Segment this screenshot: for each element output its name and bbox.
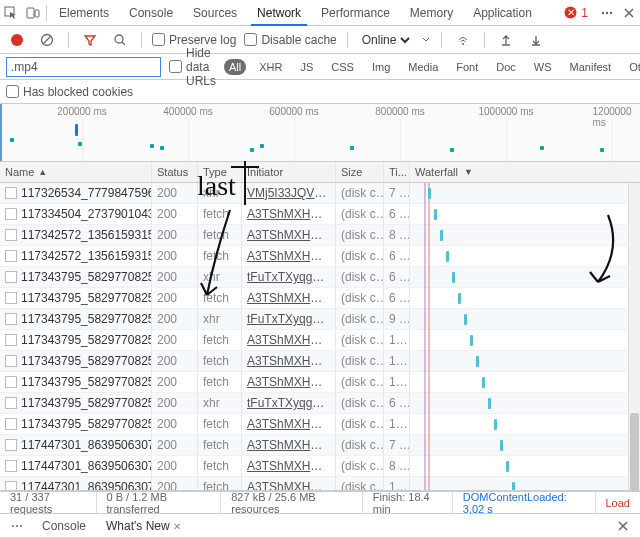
table-row[interactable]: 117343795_5829770825794…200fetchA3TShMXH…	[0, 351, 640, 372]
request-size: (disk c…	[336, 351, 384, 371]
table-row[interactable]: 117326534_7779847596437…200xhrVMj5I33JQV…	[0, 183, 640, 204]
filter-chip-ws[interactable]: WS	[529, 59, 557, 75]
initiator-link[interactable]: VMj5I33JQV6.j…	[247, 186, 330, 200]
table-row[interactable]: 117342572_1356159315320…200fetchA3TShMXH…	[0, 246, 640, 267]
filter-chip-xhr[interactable]: XHR	[254, 59, 287, 75]
tab-console[interactable]: Console	[119, 0, 183, 25]
more-icon[interactable]	[6, 515, 28, 537]
clear-icon[interactable]	[36, 29, 58, 51]
tab-memory[interactable]: Memory	[400, 0, 463, 25]
filter-chip-js[interactable]: JS	[295, 59, 318, 75]
tab-application[interactable]: Application	[463, 0, 542, 25]
filter-chip-all[interactable]: All	[224, 59, 246, 75]
table-row[interactable]: 117447301_8639506307965…200fetchA3TShMXH…	[0, 435, 640, 456]
initiator-link[interactable]: A3TShMXHOE…	[247, 375, 330, 389]
preserve-log-checkbox[interactable]: Preserve log	[152, 33, 236, 47]
request-time: 8 …	[384, 456, 410, 476]
tab-network[interactable]: Network	[247, 0, 311, 25]
filter-chip-manifest[interactable]: Manifest	[565, 59, 617, 75]
filter-chip-media[interactable]: Media	[403, 59, 443, 75]
tab-label: Sources	[193, 6, 237, 20]
col-time[interactable]: Ti...	[384, 162, 410, 182]
initiator-link[interactable]: A3TShMXHOE…	[247, 438, 330, 452]
request-size: (disk c…	[336, 204, 384, 224]
disable-cache-checkbox[interactable]: Disable cache	[244, 33, 336, 47]
col-status[interactable]: Status	[152, 162, 198, 182]
col-waterfall[interactable]: Waterfall▼	[410, 162, 640, 182]
download-har-icon[interactable]	[525, 29, 547, 51]
initiator-link[interactable]: tFuTxTXyqgq.j…	[247, 396, 330, 410]
initiator-link[interactable]: tFuTxTXyqgq.j…	[247, 270, 330, 284]
tab-label: Network	[257, 6, 301, 20]
upload-har-icon[interactable]	[495, 29, 517, 51]
request-status: 200	[152, 435, 198, 455]
tab-elements[interactable]: Elements	[49, 0, 119, 25]
throttling-select[interactable]: Online	[358, 32, 413, 48]
timeline-tick: 200000 ms	[57, 106, 106, 117]
more-icon[interactable]	[596, 2, 618, 24]
timeline-overview[interactable]: 200000 ms 400000 ms 600000 ms 800000 ms …	[0, 104, 640, 162]
table-row[interactable]: 117343795_5829770825794…200xhrtFuTxTXyqg…	[0, 393, 640, 414]
table-row[interactable]: 117343795_5829770825794…200xhrtFuTxTXyqg…	[0, 309, 640, 330]
drawer-tabs: Console What's New ✕	[0, 513, 640, 537]
table-row[interactable]: 117343795_5829770825794…200fetchA3TShMXH…	[0, 414, 640, 435]
svg-text:✕: ✕	[567, 7, 575, 18]
request-status: 200	[152, 267, 198, 287]
table-row[interactable]: 117343795_5829770825794…200fetchA3TShMXH…	[0, 372, 640, 393]
initiator-link[interactable]: A3TShMXHOE…	[247, 480, 330, 490]
tab-label: Application	[473, 6, 532, 20]
request-name: 117342572_1356159315320…	[21, 249, 152, 263]
error-badge[interactable]: ✕ 1	[564, 6, 588, 20]
table-row[interactable]: 117342572_1356159315320…200fetchA3TShMXH…	[0, 225, 640, 246]
filter-chip-doc[interactable]: Doc	[491, 59, 521, 75]
request-time: 6 …	[384, 267, 410, 287]
col-type[interactable]: Type	[198, 162, 242, 182]
filter-icon[interactable]	[79, 29, 101, 51]
request-status: 200	[152, 309, 198, 329]
record-button[interactable]	[6, 29, 28, 51]
table-row[interactable]: 117447301_8639506307965…200fetchA3TShMXH…	[0, 456, 640, 477]
initiator-link[interactable]: A3TShMXHOE…	[247, 291, 330, 305]
initiator-link[interactable]: A3TShMXHOE…	[247, 228, 330, 242]
col-size[interactable]: Size	[336, 162, 384, 182]
filter-chip-other[interactable]: Other	[624, 59, 640, 75]
filter-chip-font[interactable]: Font	[451, 59, 483, 75]
close-drawer-icon[interactable]	[612, 515, 634, 537]
initiator-link[interactable]: A3TShMXHOE…	[247, 417, 330, 431]
request-time: 6 …	[384, 288, 410, 308]
initiator-link[interactable]: tFuTxTXyqgq.j…	[247, 312, 330, 326]
filter-chip-css[interactable]: CSS	[326, 59, 359, 75]
request-status: 200	[152, 204, 198, 224]
initiator-link[interactable]: A3TShMXHOE…	[247, 333, 330, 347]
filter-input[interactable]	[6, 57, 161, 77]
request-time: 9 …	[384, 309, 410, 329]
chevron-down-icon	[421, 35, 431, 45]
initiator-link[interactable]: A3TShMXHOE…	[247, 207, 330, 221]
drawer-tab-whats-new[interactable]: What's New ✕	[100, 519, 187, 533]
table-row[interactable]: 117334504_2737901043122…200fetchA3TShMXH…	[0, 204, 640, 225]
request-name: 117343795_5829770825794…	[21, 417, 152, 431]
initiator-link[interactable]: A3TShMXHOE…	[247, 249, 330, 263]
close-tab-icon[interactable]: ✕	[173, 521, 181, 532]
table-row[interactable]: 117343795_5829770825794…200fetchA3TShMXH…	[0, 330, 640, 351]
svg-point-6	[606, 11, 608, 13]
col-initiator[interactable]: Initiator	[242, 162, 336, 182]
table-row[interactable]: 117343795_5829770825794…200xhrtFuTxTXyqg…	[0, 267, 640, 288]
table-row[interactable]: 117447301_8639506307965…200fetchA3TShMXH…	[0, 477, 640, 490]
table-row[interactable]: 117343795_5829770825794…200fetchA3TShMXH…	[0, 288, 640, 309]
search-icon[interactable]	[109, 29, 131, 51]
close-icon[interactable]	[618, 2, 640, 24]
tab-sources[interactable]: Sources	[183, 0, 247, 25]
filter-chip-img[interactable]: Img	[367, 59, 395, 75]
initiator-link[interactable]: A3TShMXHOE…	[247, 459, 330, 473]
col-name[interactable]: Name▲	[0, 162, 152, 182]
inspect-element-icon[interactable]	[0, 2, 22, 24]
status-transferred: 0 B / 1.2 MB transferred	[97, 492, 222, 513]
network-conditions-icon[interactable]	[452, 29, 474, 51]
device-toolbar-icon[interactable]	[22, 2, 44, 24]
drawer-tab-console[interactable]: Console	[36, 519, 92, 533]
initiator-link[interactable]: A3TShMXHOE…	[247, 354, 330, 368]
request-type: xhr	[198, 309, 242, 329]
blocked-cookies-checkbox[interactable]: Has blocked cookies	[6, 85, 133, 99]
tab-performance[interactable]: Performance	[311, 0, 400, 25]
